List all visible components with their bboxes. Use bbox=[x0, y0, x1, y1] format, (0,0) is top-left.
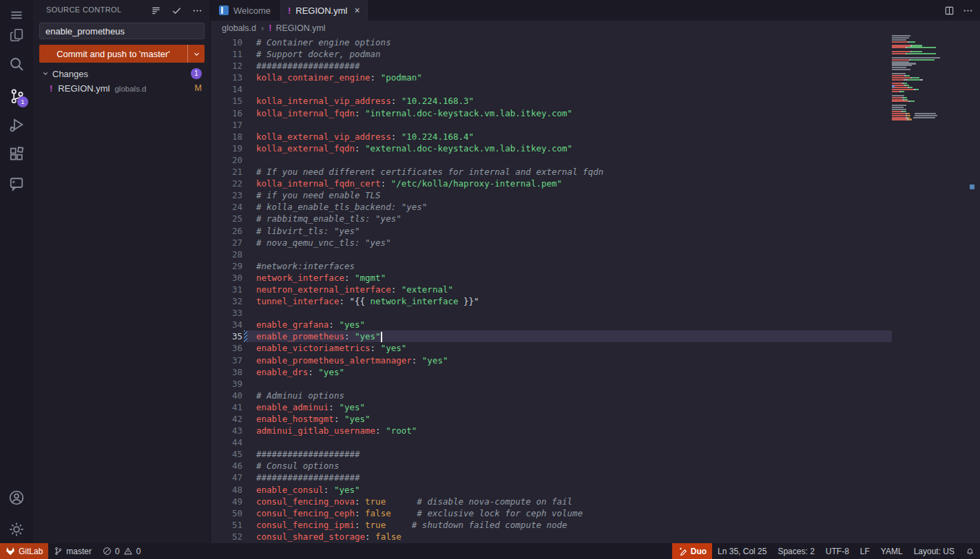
code-text: consul_shared_storage: false bbox=[256, 531, 402, 542]
line-number: 40 bbox=[211, 390, 242, 401]
code-line-24[interactable]: 24# kolla_enable_tls_backend: "yes" bbox=[211, 201, 892, 213]
code-line-20[interactable]: 20 bbox=[211, 154, 892, 166]
code-text: # Consul options bbox=[256, 460, 339, 472]
code-text: enable_adminui: "yes" bbox=[256, 401, 365, 413]
code-line-37[interactable]: 37enable_prometheus_alertmanager: "yes" bbox=[211, 355, 892, 366]
code-token: network_interface bbox=[371, 296, 459, 306]
eol-item[interactable]: LF bbox=[855, 543, 875, 559]
duo-status-item[interactable]: Duo bbox=[672, 543, 712, 559]
changed-file-row[interactable]: ! REGION.yml globals.d M bbox=[33, 81, 211, 95]
code-line-47[interactable]: 47#################### bbox=[211, 472, 892, 483]
code-line-17[interactable]: 17 bbox=[211, 119, 892, 131]
code-line-52[interactable]: 52consul_shared_storage: false bbox=[211, 531, 892, 542]
code-token: network_interface bbox=[256, 273, 344, 283]
more-actions-icon[interactable] bbox=[963, 6, 973, 16]
code-line-28[interactable]: 28 bbox=[211, 249, 892, 260]
tab-region-yml[interactable]: ! REGION.yml × bbox=[280, 0, 369, 21]
code-line-49[interactable]: 49consul_fencing_nova: true # disable no… bbox=[211, 496, 892, 507]
code-line-42[interactable]: 42enable_hostmgmt: "yes" bbox=[211, 413, 892, 425]
commit-and-push-button[interactable]: Commit and push to 'master' bbox=[39, 45, 205, 63]
language-mode-item[interactable]: YAML bbox=[875, 543, 908, 559]
run-debug-icon[interactable] bbox=[0, 111, 33, 138]
line-number: 11 bbox=[211, 48, 242, 60]
code-line-43[interactable]: 43adminui_gitlab_username: "root" bbox=[211, 425, 892, 436]
more-actions-icon[interactable] bbox=[191, 4, 203, 17]
code-token: # disable nova-compute on fail bbox=[417, 496, 572, 507]
code-line-44[interactable]: 44 bbox=[211, 436, 892, 448]
code-token: # nova_qemu_vnc_tls: "yes" bbox=[256, 238, 391, 248]
branch-status-item[interactable]: master bbox=[48, 543, 97, 559]
code-line-21[interactable]: 21# If you need different certificates f… bbox=[211, 166, 892, 178]
code-line-33[interactable]: 33 bbox=[211, 307, 892, 319]
code-line-15[interactable]: 15kolla_internal_vip_address: "10.224.16… bbox=[211, 95, 892, 107]
code-line-30[interactable]: 30network_interface: "mgmt" bbox=[211, 272, 892, 284]
code-line-23[interactable]: 23# if you need enable TLS bbox=[211, 189, 892, 201]
code-line-22[interactable]: 22kolla_internal_fqdn_cert: "/etc/kolla/… bbox=[211, 178, 892, 189]
duo-chat-icon[interactable] bbox=[0, 169, 33, 197]
code-line-39[interactable]: 39 bbox=[211, 378, 892, 390]
line-number: 32 bbox=[211, 295, 242, 307]
code-token: : bbox=[375, 425, 386, 436]
code-line-29[interactable]: 29#network:interfaces bbox=[211, 260, 892, 272]
commit-dropdown-chevron-icon[interactable] bbox=[187, 45, 205, 63]
indentation-item[interactable]: Spaces: 2 bbox=[772, 543, 820, 559]
minimap-line bbox=[892, 118, 970, 120]
code-line-32[interactable]: 32tunnel_interface: "{{ network_interfac… bbox=[211, 295, 892, 307]
code-token: : bbox=[339, 296, 349, 306]
code-line-19[interactable]: 19kolla_external_fqdn: "external.doc-key… bbox=[211, 143, 892, 154]
close-tab-icon[interactable]: × bbox=[354, 5, 359, 16]
code-line-48[interactable]: 48enable_consul: "yes" bbox=[211, 484, 892, 496]
code-token: "yes" bbox=[381, 343, 407, 353]
tab-welcome[interactable]: Welcome bbox=[211, 0, 280, 21]
code-line-14[interactable]: 14 bbox=[211, 83, 892, 95]
code-line-12[interactable]: 12#################### bbox=[211, 60, 892, 72]
cursor-position-item[interactable]: Ln 35, Col 25 bbox=[712, 543, 772, 559]
code-line-41[interactable]: 41enable_adminui: "yes" bbox=[211, 401, 892, 413]
settings-gear-icon[interactable] bbox=[0, 516, 33, 543]
code-line-40[interactable]: 40# Adminui options bbox=[211, 390, 892, 401]
panel-toolbar bbox=[149, 4, 203, 17]
extensions-icon[interactable] bbox=[0, 140, 33, 168]
breadcrumb-file[interactable]: REGION.yml bbox=[275, 23, 325, 33]
code-line-27[interactable]: 27# nova_qemu_vnc_tls: "yes" bbox=[211, 237, 892, 249]
search-icon[interactable] bbox=[0, 50, 33, 78]
explorer-icon[interactable] bbox=[0, 21, 33, 49]
code-line-10[interactable]: 10# Container engine options bbox=[211, 36, 892, 48]
view-as-tree-icon[interactable] bbox=[149, 4, 162, 17]
code-line-38[interactable]: 38enable_drs: "yes" bbox=[211, 366, 892, 378]
source-control-icon[interactable]: 1 bbox=[0, 82, 33, 109]
code-line-16[interactable]: 16kolla_internal_fqdn: "internal.doc-key… bbox=[211, 107, 892, 119]
gutter-modified-indicator bbox=[244, 460, 247, 472]
code-token: : bbox=[344, 273, 355, 283]
code-line-13[interactable]: 13kolla_container_engine: "podman" bbox=[211, 72, 892, 83]
code-editor[interactable]: 10# Container engine options11# Support … bbox=[211, 35, 892, 543]
code-line-31[interactable]: 31neutron_external_interface: "external" bbox=[211, 284, 892, 295]
commit-message-input[interactable] bbox=[39, 23, 205, 39]
breadcrumb-folder[interactable]: globals.d bbox=[222, 23, 256, 33]
code-line-50[interactable]: 50consul_fencing_ceph: false # exclusive… bbox=[211, 507, 892, 519]
code-line-36[interactable]: 36enable_victoriametrics: "yes" bbox=[211, 342, 892, 354]
accounts-icon[interactable] bbox=[0, 484, 33, 511]
code-line-45[interactable]: 45#################### bbox=[211, 448, 892, 460]
code-line-35[interactable]: 35enable_prometheus: "yes" bbox=[211, 330, 892, 342]
code-line-11[interactable]: 11# Support docker, podman bbox=[211, 48, 892, 60]
gitlab-status-item[interactable]: GitLab bbox=[0, 543, 48, 559]
encoding-item[interactable]: UTF-8 bbox=[820, 543, 855, 559]
line-number: 20 bbox=[211, 154, 242, 166]
code-line-25[interactable]: 25# rabbitmq_enable_tls: "yes" bbox=[211, 213, 892, 224]
line-number: 42 bbox=[211, 413, 242, 425]
code-line-51[interactable]: 51consul_fencing_ipmi: true # shutdown f… bbox=[211, 519, 892, 531]
split-editor-icon[interactable] bbox=[944, 6, 955, 16]
changes-section-header[interactable]: Changes bbox=[33, 67, 211, 80]
code-line-26[interactable]: 26# libvirt_tls: "yes" bbox=[211, 225, 892, 237]
keyboard-layout-item[interactable]: Layout: US bbox=[908, 543, 960, 559]
code-text: network_interface: "mgmt" bbox=[256, 272, 386, 284]
problems-status-item[interactable]: 0 0 bbox=[97, 543, 146, 559]
code-line-18[interactable]: 18kolla_external_vip_address: "10.224.16… bbox=[211, 131, 892, 143]
code-line-34[interactable]: 34enable_grafana: "yes" bbox=[211, 319, 892, 330]
code-line-46[interactable]: 46# Consul options bbox=[211, 460, 892, 472]
code-text: # libvirt_tls: "yes" bbox=[256, 225, 360, 237]
commit-check-icon[interactable] bbox=[170, 4, 183, 17]
notifications-item[interactable] bbox=[960, 543, 980, 559]
minimap[interactable] bbox=[892, 35, 970, 543]
